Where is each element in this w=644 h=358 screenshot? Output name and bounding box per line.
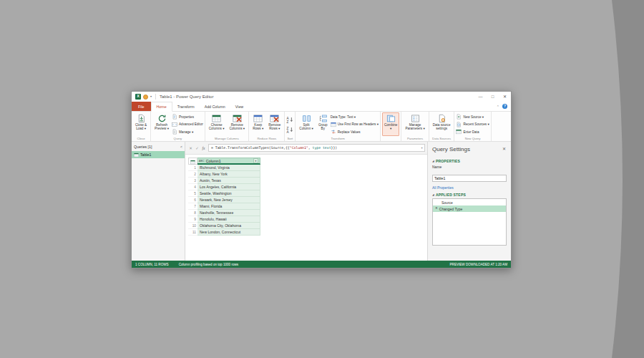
table-row: 5Seattle, Washington	[188, 190, 427, 197]
properties-heading-label: PROPERTIES	[436, 159, 460, 163]
group-by-button[interactable]: GroupBy	[316, 112, 330, 136]
combine-button[interactable]: Combine▾	[382, 112, 399, 136]
data-type-text-button[interactable]: Data Type: Text ▾	[331, 114, 379, 120]
tab-add-column[interactable]: Add Column	[200, 102, 230, 111]
close-load-button[interactable]: Close &Load ▾	[133, 112, 149, 136]
grid-cell[interactable]: Seattle, Washington	[197, 190, 260, 197]
grid-cell[interactable]: Newark, New Jersey	[197, 197, 260, 203]
ribbon: Close &Load ▾CloseRefreshPreview ▾Proper…	[132, 112, 511, 142]
all-properties-link[interactable]: All Properties	[432, 185, 507, 190]
recent-sources-button[interactable]: Recent Sources ▾	[456, 121, 489, 127]
advanced-editor-button[interactable]: Advanced Editor	[172, 121, 203, 127]
enter-data-button[interactable]: Enter Data	[456, 129, 489, 135]
delete-step-icon[interactable]: ✕	[435, 207, 438, 211]
grid-corner-cell[interactable]	[188, 158, 197, 165]
grid-cell[interactable]: Richmond, Virginia	[197, 165, 260, 171]
row-number[interactable]: 1	[188, 165, 197, 171]
quick-access-toolbar: X ▾ Table1 - Power Query Editor	[135, 94, 213, 100]
cancel-icon[interactable]: ✕	[187, 146, 194, 150]
grid-cell[interactable]: Miami, Florida	[197, 203, 260, 210]
abc-type-icon[interactable]: ABC	[199, 160, 205, 163]
choose-columns-button[interactable]: ChooseColumns ▾	[207, 112, 227, 136]
remove-rows-button[interactable]: RemoveRows ▾	[266, 112, 283, 136]
grid-cell[interactable]: Oklahoma City, Oklahoma	[197, 223, 260, 229]
tab-view[interactable]: View	[230, 102, 248, 111]
remove-columns-button[interactable]: RemoveColumns ▾	[227, 112, 247, 136]
formula-expand-icon[interactable]: ▾	[421, 146, 423, 150]
help-icon[interactable]: ?	[502, 104, 507, 109]
data-source-settings-button[interactable]: Data sourcesettings	[431, 112, 453, 136]
manage-button[interactable]: Manage ▾	[172, 129, 203, 135]
group-by-icon	[318, 114, 328, 123]
grid-header: ABC Column1 ▾	[188, 158, 427, 165]
minimize-button[interactable]: —	[474, 92, 487, 102]
column-header[interactable]: ABC Column1 ▾	[197, 158, 260, 165]
row-number[interactable]: 4	[188, 184, 197, 190]
tab-transform[interactable]: Transform	[172, 102, 200, 111]
quick-access-dropdown-icon[interactable]: ▾	[150, 95, 152, 98]
sort-az-button[interactable]: AZ	[286, 116, 293, 122]
collapse-ribbon-icon[interactable]: ⌃	[497, 105, 499, 109]
properties-section-heading[interactable]: ◢ PROPERTIES	[432, 159, 507, 163]
properties-button[interactable]: Properties	[172, 114, 203, 120]
collapse-queries-icon[interactable]: <	[180, 145, 182, 149]
tab-file[interactable]: File	[132, 102, 151, 111]
choose-columns-icon	[212, 114, 221, 123]
grid-cell[interactable]: Honolulu, Hawaii	[197, 216, 260, 223]
ribbon-group-transform: SplitColumn ▾GroupByData Type: Text ▾Use…	[296, 112, 381, 141]
status-preview-time: PREVIEW DOWNLOADED AT 1:20 AM	[450, 263, 508, 266]
row-number[interactable]: 8	[188, 210, 197, 216]
grid-cell[interactable]: Nashville, Tennessee	[197, 210, 260, 216]
title-bar[interactable]: X ▾ Table1 - Power Query Editor — □ ✕	[132, 92, 511, 102]
new-source-button[interactable]: New Source ▾	[456, 114, 489, 120]
maximize-button[interactable]: □	[487, 92, 499, 102]
check-icon[interactable]: ✓	[194, 146, 200, 150]
fx-icon[interactable]: fx	[200, 146, 207, 150]
refresh-button[interactable]: RefreshPreview ▾	[152, 112, 171, 136]
status-profiling-info[interactable]: Column profiling based on top 1000 rows	[179, 263, 239, 266]
row-number[interactable]: 2	[188, 171, 197, 178]
row-number[interactable]: 3	[188, 178, 197, 184]
ribbon-group-new-query: New Source ▾Recent Sources ▾Enter DataNe…	[454, 112, 491, 141]
name-label: Name	[432, 165, 507, 169]
keep-rows-button[interactable]: KeepRows ▾	[250, 112, 265, 136]
grid-cell[interactable]: Albany, New York	[197, 171, 260, 178]
row-number[interactable]: 9	[188, 216, 197, 223]
row-number[interactable]: 7	[188, 203, 197, 210]
grid-cell[interactable]: Austin, Texas	[197, 178, 260, 184]
quick-access-icon[interactable]	[143, 95, 148, 100]
query-item-table1[interactable]: Table1	[132, 151, 185, 158]
manage-parameters-button[interactable]: ManageParameters ▾	[403, 112, 426, 136]
formula-input[interactable]: = Table.TransformColumnTypes(Source,{{"C…	[208, 144, 425, 152]
applied-steps-section-heading[interactable]: ◢ APPLIED STEPS	[432, 193, 507, 197]
row-number[interactable]: 10	[188, 223, 197, 229]
replace-values-button[interactable]: Replace Values	[331, 129, 379, 135]
grid-cell[interactable]: New London, Connecticut	[197, 229, 260, 236]
manage-icon	[172, 129, 177, 135]
sort-za-button[interactable]: ZA	[286, 126, 293, 132]
applied-step-source[interactable]: Source	[433, 199, 506, 205]
applied-step-changed-type[interactable]: ✕Changed Type	[433, 205, 506, 212]
grid-cell[interactable]: Los Angeles, California	[197, 184, 260, 190]
ribbon-tabs: FileHomeTransformAdd ColumnView	[132, 102, 248, 111]
ribbon-group-reduce-rows: KeepRows ▾RemoveRows ▾Reduce Rows	[249, 112, 285, 141]
remove-columns-icon	[233, 114, 242, 123]
split-column-button[interactable]: SplitColumn ▾	[297, 112, 315, 136]
name-field[interactable]	[432, 175, 507, 182]
tab-home[interactable]: Home	[151, 102, 172, 112]
row-number[interactable]: 6	[188, 197, 197, 203]
main-area: Queries [1] < Table1 ✕✓fx = Table.Transf…	[132, 142, 511, 261]
row-number[interactable]: 11	[188, 229, 197, 236]
close-pane-icon[interactable]: ✕	[502, 147, 506, 151]
column-filter-button[interactable]: ▾	[253, 158, 258, 163]
use-first-row-as-headers-button[interactable]: Use First Row as Headers ▾	[331, 121, 379, 127]
close-button[interactable]: ✕	[499, 92, 511, 102]
query-item-label: Table1	[140, 153, 151, 157]
row-number[interactable]: 5	[188, 190, 197, 197]
table-row: 1Richmond, Virginia	[188, 165, 427, 171]
properties-icon	[172, 114, 177, 120]
table-row: 8Nashville, Tennessee	[188, 210, 427, 216]
table-row: 10Oklahoma City, Oklahoma	[188, 223, 427, 229]
status-bar: 1 COLUMN, 11 ROWS Column profiling based…	[132, 261, 511, 268]
remove-rows-icon	[270, 114, 279, 123]
